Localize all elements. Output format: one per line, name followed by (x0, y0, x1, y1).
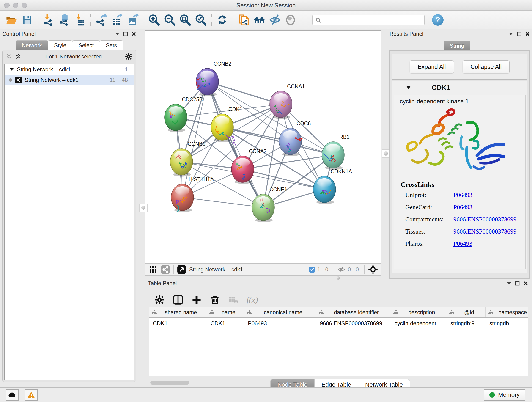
grid-view-icon[interactable] (149, 265, 158, 274)
zoom-out-button[interactable] (163, 13, 176, 27)
column-header-namespace[interactable]: namespace (486, 307, 528, 317)
network-node-CDKN1A[interactable]: CDKN1A (313, 168, 352, 204)
column-header-database-identifier[interactable]: database identifier (316, 307, 391, 317)
table-row[interactable]: CDK1CDK1P064939606.ENSP00000378699cyclin… (149, 318, 528, 329)
network-collection-row[interactable]: String Network – cdk1 1 (5, 64, 134, 75)
help-button[interactable]: ? (432, 14, 443, 26)
string-network-graph[interactable]: CCNB2CCNA1CDC25BCDK1CDC6RB1CCNB1CCNA2CDK… (146, 31, 380, 263)
network-node-CCNE1[interactable]: CCNE1 (252, 186, 287, 222)
uniprot-link[interactable]: P06493 (453, 191, 472, 199)
add-column-icon[interactable] (191, 295, 202, 305)
panel-menu-icon[interactable] (509, 32, 513, 36)
column-header-@id[interactable]: @id (447, 307, 486, 317)
expand-all-icon[interactable] (15, 54, 21, 59)
refresh-icon (216, 14, 228, 26)
table-options-gear-icon[interactable] (154, 295, 165, 305)
search-input[interactable] (312, 15, 425, 25)
memory-button[interactable]: Memory (484, 389, 525, 401)
bottom-splitter-grip[interactable] (334, 276, 342, 280)
cloud-status-button[interactable] (6, 389, 19, 401)
pharos-link[interactable]: P06493 (453, 240, 472, 247)
crosslink-row: Compartments: 9606.ENSP00000378699 (405, 216, 525, 223)
column-header-shared-name[interactable]: shared name (149, 307, 207, 317)
table-horizontal-scrollbar[interactable] (150, 381, 189, 385)
selected-nodes-checkbox[interactable] (309, 267, 315, 273)
network-options-gear-icon[interactable] (125, 53, 132, 60)
refresh-button[interactable] (215, 13, 229, 27)
save-session-button[interactable] (20, 13, 34, 27)
show-columns-icon[interactable] (173, 294, 183, 305)
tab-string-results[interactable]: String (443, 41, 470, 51)
import-network-button[interactable] (42, 13, 55, 27)
collection-expand-icon[interactable] (10, 68, 14, 71)
collapse-all-button[interactable]: Collapse All (462, 60, 510, 73)
network-node-CCNB2[interactable]: CCNB2 (196, 61, 231, 96)
close-panel-icon[interactable] (525, 32, 530, 36)
zoom-in-button[interactable] (147, 13, 161, 27)
panel-menu-icon[interactable] (507, 282, 511, 285)
column-header-name[interactable]: name (207, 307, 244, 317)
network-view-title: String Network – cdk1 (189, 266, 309, 273)
zoom-selected-button[interactable] (194, 13, 207, 27)
zoom-fit-icon (179, 13, 191, 26)
open-session-button[interactable] (5, 13, 18, 27)
hide-unselected-button[interactable] (268, 13, 282, 27)
table-cell[interactable]: stringdb:9... (447, 320, 486, 327)
import-database-button[interactable] (57, 13, 71, 27)
tab-network[interactable]: Network (16, 40, 48, 50)
protein-structure-image (400, 107, 519, 176)
save-floppy-icon (21, 14, 33, 26)
table-cell[interactable]: stringdb (486, 320, 528, 327)
network-node-CCNB1[interactable]: CCNB1 (170, 141, 206, 177)
table-cell[interactable]: CDK1 (207, 320, 244, 327)
table-toolbar: f(x) (154, 293, 529, 307)
tab-sets[interactable]: Sets (100, 40, 123, 50)
compartments-link[interactable]: 9606.ENSP00000378699 (453, 216, 516, 223)
network-row[interactable]: String Network – cdk1 11 48 (5, 75, 134, 85)
export-network-icon (95, 14, 108, 26)
birdseye-view-icon[interactable] (177, 265, 186, 274)
export-network-button[interactable] (95, 13, 108, 27)
close-panel-icon[interactable] (132, 32, 136, 36)
table-cell[interactable]: cyclin-dependent ... (391, 320, 447, 327)
column-header-canonical-name[interactable]: canonical name (244, 307, 316, 317)
share-view-icon[interactable] (161, 265, 170, 274)
show-graphics-details-button[interactable] (284, 13, 297, 27)
export-image-button[interactable] (126, 13, 139, 27)
panel-menu-icon[interactable] (115, 32, 120, 36)
float-panel-icon[interactable] (123, 32, 128, 36)
fit-selected-icon[interactable] (368, 264, 378, 275)
tissues-link[interactable]: 9606.ENSP00000378699 (453, 228, 516, 235)
zoom-fit-button[interactable] (178, 13, 192, 27)
clone-network-button[interactable] (237, 13, 250, 27)
gene-header-row[interactable]: CDK1 (392, 81, 527, 94)
tab-style[interactable]: Style (48, 40, 72, 50)
warning-icon (27, 391, 35, 399)
export-table-button[interactable] (110, 13, 123, 27)
warnings-button[interactable] (25, 389, 38, 401)
float-panel-icon[interactable] (515, 281, 520, 286)
genecard-link[interactable]: P06493 (453, 204, 472, 211)
column-header-description[interactable]: description (391, 307, 447, 317)
table-cell[interactable]: P06493 (244, 320, 316, 327)
node-label: HIST1H1A (189, 177, 214, 182)
network-canvas[interactable]: CCNB2CCNA1CDC25BCDK1CDC6RB1CCNB1CCNA2CDK… (145, 31, 381, 263)
network-node-CCNA1[interactable]: CCNA1 (270, 83, 305, 119)
gene-symbol: CDK1 (432, 84, 450, 91)
expand-all-button[interactable]: Expand All (410, 60, 454, 73)
gene-collapse-icon[interactable] (406, 86, 411, 89)
collapse-all-icon[interactable] (6, 54, 12, 59)
network-node-HIST1H1A[interactable]: HIST1H1A (171, 177, 214, 212)
string-home-button[interactable] (253, 13, 266, 27)
import-table-button[interactable] (73, 13, 86, 27)
table-cell[interactable]: 9606.ENSP00000378699 (316, 320, 391, 327)
close-panel-icon[interactable] (523, 281, 528, 286)
left-splitter-grip[interactable] (139, 204, 147, 212)
network-node-RB1[interactable]: RB1 (322, 134, 350, 170)
delete-column-icon[interactable] (210, 295, 220, 305)
table-cell[interactable]: CDK1 (149, 320, 207, 327)
tab-select[interactable]: Select (72, 40, 100, 50)
network-view-toolbar: String Network – cdk1 1 - 0 0 - 0 (145, 263, 381, 276)
float-panel-icon[interactable] (517, 32, 521, 36)
right-splitter-grip[interactable] (382, 149, 390, 158)
